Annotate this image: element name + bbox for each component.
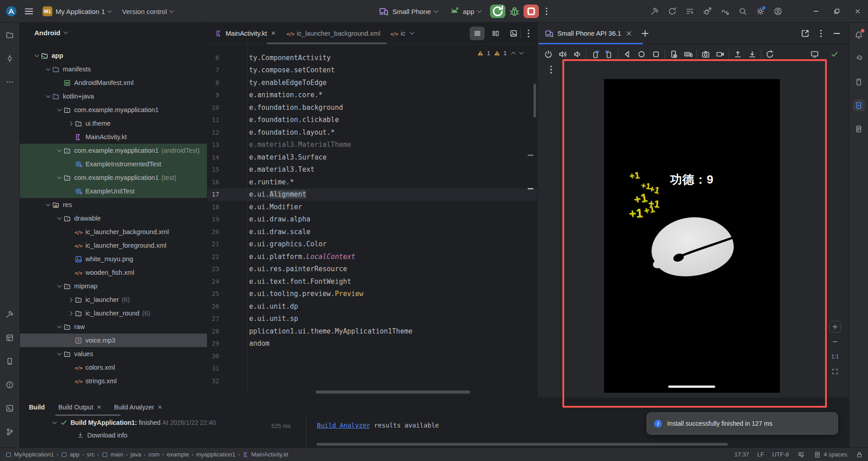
tree-item-raw[interactable]: raw [20,320,207,334]
rotate-right-icon[interactable] [602,47,617,61]
device-screen[interactable]: 功德：9 +1+1+1+1+1+1+1 [604,79,780,393]
build-analyzer-link[interactable]: Build Analyzer [317,422,370,429]
editor-tab-mainactivity-kt[interactable]: MainActivity.kt✕ [210,23,282,44]
tab-build-analyzer[interactable]: Build Analyzer ✕ [108,398,169,416]
hardware-input-icon[interactable] [681,47,695,61]
chevron-down-icon[interactable] [46,66,50,71]
home-icon[interactable] [634,47,649,61]
build-child-row[interactable]: Download info [20,429,306,442]
split-view-button[interactable] [488,27,503,40]
chevron-down-icon[interactable] [57,324,61,328]
code-line-8[interactable]: 8ty.enableEdgeToEdge [208,76,537,89]
more-run-options-button[interactable] [542,6,552,16]
code-line-9[interactable]: 9e.animation.core.* [208,89,537,102]
todo-list-icon[interactable] [683,5,697,18]
code-line-11[interactable]: 11e.foundation.clickable [208,114,537,127]
screen-record-icon[interactable] [713,47,727,61]
logcat-icon[interactable] [4,355,16,367]
minimize-window-button[interactable] [806,0,826,23]
code-line-26[interactable]: 26e.ui.unit.dp [208,300,537,313]
device-selector[interactable]: Small Phone [392,8,431,15]
console-scrollbar[interactable] [316,443,728,446]
previous-issue-button[interactable] [511,52,516,56]
inspection-widget[interactable]: 1 1 [477,50,523,56]
close-window-button[interactable] [847,0,868,23]
reset-icon[interactable] [763,47,777,61]
breadcrumb-main[interactable]: main [102,451,123,458]
tree-item-manifests[interactable]: manifests [20,62,207,76]
project-selector-button[interactable]: M1 My Application 1 [39,4,115,19]
chevron-down-icon[interactable] [57,283,61,287]
chevron-down-icon[interactable] [57,215,61,220]
build-icon[interactable] [648,5,661,18]
tree-item-colors-xml[interactable]: </>colors.xml [20,361,207,374]
breadcrumb-mainactivity-kt[interactable]: MainActivity.kt [243,451,288,458]
tree-item-white-muyu-png[interactable]: white_muyu.png [20,252,207,266]
version-control-button[interactable]: Version control [118,4,177,19]
chevron-down-icon[interactable] [46,202,50,206]
tree-item-com-example-myapplication1[interactable]: com.example.myapplication1 [20,103,207,117]
rotate-left-icon[interactable] [588,47,602,61]
code-line-14[interactable]: 14e.material3.Surface [208,151,537,164]
tree-item-voice-mp3[interactable]: ?voice.mp3 [20,334,207,347]
account-icon[interactable] [771,5,785,18]
line-separator[interactable]: LF [757,451,764,458]
snapshots-icon[interactable] [666,47,681,61]
tree-item-app[interactable]: app [20,49,207,62]
code-line-15[interactable]: 15e.material3.Text [208,164,537,176]
code-line-25[interactable]: 25e.ui.tooling.preview.Preview [208,288,537,301]
stop-button[interactable] [524,5,539,18]
code-line-19[interactable]: 19e.ui.draw.alpha [208,213,537,226]
tree-item-exampleunittest[interactable]: KExampleUnitTest [20,184,207,198]
tree-item-ic-launcher-background-xml[interactable]: </>ic_launcher_background.xml [20,225,207,239]
display-mode-icon[interactable] [808,48,821,61]
fit-to-window-button[interactable] [829,366,841,377]
tree-item-androidmanifest-xml[interactable]: MAndroidManifest.xml [20,76,207,89]
services-icon[interactable] [4,332,16,343]
toolbar-overflow-button[interactable] [546,64,557,75]
tree-item-com-example-myapplication1[interactable]: com.example.myapplication1(test) [20,171,207,184]
chevron-down-icon[interactable] [57,147,61,152]
debug-button[interactable] [508,5,521,18]
chevron-down-icon[interactable] [34,52,39,57]
version-control-icon[interactable] [4,426,16,437]
back-icon[interactable] [620,47,634,61]
code-line-30[interactable]: 30 [208,350,537,362]
caret-position[interactable]: 17:37 [734,451,749,458]
more-icon[interactable] [4,76,16,88]
chevron-right-icon[interactable] [68,311,72,315]
tree-item-mainactivity-kt[interactable]: MainActivity.kt [20,130,207,144]
tab-build-output[interactable]: Build Output ✕ [52,398,108,416]
screenshot-icon[interactable] [698,47,713,61]
breadcrumb-myapplication1[interactable]: MyApplication1 [5,451,54,458]
overview-icon[interactable] [649,47,663,61]
chevron-down-icon[interactable] [57,351,61,355]
build-result-row[interactable]: Build MyApplication1: finished At 2026/1… [20,416,306,429]
sync-icon[interactable] [665,5,679,18]
code-line-10[interactable]: 10e.foundation.background [208,101,537,114]
design-view-button[interactable] [506,27,521,40]
attach-debugger-icon[interactable] [701,5,714,18]
code-line-32[interactable]: 32 [208,375,537,387]
open-in-new-window-button[interactable] [800,28,810,38]
tree-item-wooden-fish-xml[interactable]: </>wooden_fish.xml [20,266,207,279]
project-view-selector[interactable]: Android [20,23,207,42]
close-icon[interactable]: ✕ [97,404,101,410]
profiler-icon[interactable] [718,5,732,18]
close-icon[interactable]: ✕ [270,30,277,37]
power-icon[interactable] [541,47,556,61]
rerun-button[interactable] [490,5,505,18]
chevron-right-icon[interactable] [68,121,72,126]
tree-item-mipmap[interactable]: mipmap [20,279,207,293]
close-icon[interactable]: ✕ [158,404,162,410]
breadcrumb-src[interactable]: src [87,451,94,458]
indent-style-icon[interactable] [797,451,805,459]
wooden-fish-image[interactable] [646,215,736,278]
code-area[interactable]: 6ty.ComponentActivity7ty.compose.setCont… [208,44,537,398]
terminal-icon[interactable] [4,402,16,414]
code-line-29[interactable]: 29andom [208,338,537,350]
volume-down-icon[interactable] [570,47,585,61]
code-line-12[interactable]: 12e.foundation.layout.* [208,126,537,139]
code-line-13[interactable]: 13e.material3.MaterialTheme [208,139,537,151]
next-issue-button[interactable] [519,50,524,55]
